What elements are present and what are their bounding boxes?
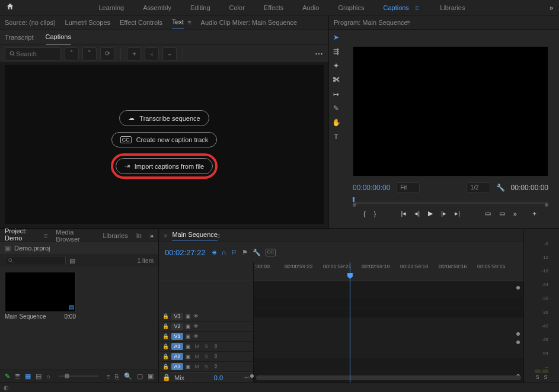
linked-selection-icon[interactable]: ∩ [222,249,226,256]
tab-source[interactable]: Source: (no clips) [5,17,56,28]
export-frame-overflow-icon[interactable]: » [513,210,517,217]
resolution-select[interactable]: 1/2 [467,182,490,192]
timeline-timecode[interactable]: 00:02:27:22 [165,248,206,257]
go-to-in-icon[interactable]: |◂ [401,210,406,217]
sequence-tab[interactable]: Main Sequence [172,231,217,240]
voice-icon[interactable]: 🎙 [212,354,219,359]
eye-icon[interactable]: 👁 [193,323,199,329]
subtab-transcript[interactable]: Transcript [5,30,34,44]
home-icon[interactable] [6,2,14,12]
track-label-a3[interactable]: A3 [171,363,183,370]
mute-icon[interactable]: M [193,343,200,349]
zoom-slider-handle[interactable]: ○ [46,373,50,380]
tab-project[interactable]: Project: Demo [5,227,41,244]
wrench-icon[interactable]: 🔧 [253,249,261,256]
workspace-assembly[interactable]: Assembly [140,1,174,15]
track-label-a2[interactable]: A2 [171,353,183,360]
marker-dot[interactable] [516,332,520,336]
clip-icon[interactable]: ▤ [69,257,75,265]
toggle-output-icon[interactable]: ▣ [186,354,191,359]
solo-left[interactable]: S [535,374,539,380]
snap-icon[interactable]: ⋇ [212,249,217,256]
toggle-output-icon[interactable]: ▣ [186,333,191,339]
lift-icon[interactable]: ▭ [485,210,491,217]
lock-icon[interactable]: 🔒 [162,354,169,359]
automate-icon[interactable]: ⎘ [115,373,119,380]
play-icon[interactable]: ▶ [428,210,433,217]
workspace-menu-icon[interactable]: ≡ [415,4,419,11]
settings-icon[interactable]: 🔧 [496,184,505,192]
voice-icon[interactable]: 🎙 [212,343,219,349]
extract-icon[interactable]: ▭ [499,210,505,217]
thumb-size-slider[interactable] [59,375,98,377]
overflow-icon[interactable]: » [550,4,553,11]
split-caption-button[interactable]: ⫞ [145,47,159,60]
mark-out-icon[interactable]: } [374,210,376,217]
time-ruler[interactable]: :00:00 00:00:59:22 00:01:59:21 00:02:59:… [254,262,523,281]
freeform-view-icon[interactable]: ▤ [36,372,41,380]
prev-caption-button[interactable]: ˄ [65,47,79,60]
caption-search-input[interactable] [16,50,52,57]
caption-search[interactable] [5,47,61,60]
step-fwd-icon[interactable]: |▸ [441,210,446,217]
next-caption-button[interactable]: ˅ [82,47,97,60]
text-tab-menu-icon[interactable]: ≡ [187,19,191,26]
button-editor-icon[interactable]: ＋ [531,209,538,218]
timeline-scrollbar[interactable] [256,375,521,380]
marker-dot[interactable] [250,374,254,378]
toggle-output-icon[interactable]: ▣ [186,364,191,369]
import-captions-button[interactable]: ⇥ Import captions from file [116,158,213,174]
mark-in-icon[interactable]: { [363,210,366,217]
tab-lumetri[interactable]: Lumetri Scopes [65,17,110,28]
sort-icon[interactable]: ≡ [107,373,110,380]
workspace-graphics[interactable]: Graphics [336,1,366,15]
write-icon[interactable]: ✎ [5,372,10,380]
track-label-v2[interactable]: V2 [171,323,183,330]
caption-more-icon[interactable]: ⋯ [315,49,324,59]
merge-caption-button[interactable]: ⫟ [162,47,177,60]
project-overflow-icon[interactable]: » [150,232,154,239]
hand-tool-icon[interactable]: ✋ [331,117,341,128]
status-icon[interactable]: ◐ [4,384,9,391]
type-tool-icon[interactable]: T [331,131,341,142]
eye-icon[interactable]: 👁 [193,333,199,339]
timeline-tracks[interactable]: :00:00 00:00:59:22 00:01:59:21 00:02:59:… [254,262,523,383]
workspace-audio[interactable]: Audio [300,1,321,15]
track-label-a1[interactable]: A1 [171,343,183,350]
program-menu-icon[interactable]: ≡ [407,19,410,26]
mute-icon[interactable]: M [193,364,200,369]
toggle-output-icon[interactable]: ▣ [186,323,191,329]
track-select-tool-icon[interactable]: ⇶ [331,46,341,57]
replace-button[interactable]: ⟳ [100,47,114,60]
add-caption-button[interactable]: ＋ [127,47,141,60]
lock-icon[interactable]: 🔒 [162,313,169,319]
mute-icon[interactable]: M [193,354,200,359]
selection-tool-icon[interactable]: ➤ [331,32,341,43]
tab-media-browser[interactable]: Media Browser [56,229,94,243]
workspace-learning[interactable]: Learning [96,1,126,15]
sequence-thumb[interactable]: ▤ [5,272,76,312]
lock-icon[interactable]: 🔒 [162,323,169,329]
workspace-libraries[interactable]: Libraries [437,1,467,15]
tab-audio-mixer[interactable]: Audio Clip Mixer: Main Sequence [201,17,298,28]
workspace-effects[interactable]: Effects [261,1,286,15]
program-timecode-in[interactable]: 00:00:00:00 [353,184,390,192]
toggle-output-icon[interactable]: ▣ [186,313,191,319]
slip-tool-icon[interactable]: ↦ [331,89,341,99]
tab-text[interactable]: Text [172,16,184,28]
timeline-menu-icon[interactable]: ≡ [216,232,220,239]
solo-icon[interactable]: S [203,364,210,369]
track-label-v3[interactable]: V3 [171,313,183,320]
voice-icon[interactable]: 🎙 [212,364,219,369]
icon-view-icon[interactable]: ▦ [25,372,31,380]
go-to-out-icon[interactable]: ▸| [455,210,460,217]
cc-track-icon[interactable]: CC [266,249,276,256]
tl-settings-icon[interactable]: ⚑ [242,249,248,256]
marker-icon[interactable]: ⚐ [231,249,237,256]
new-item-icon[interactable]: ▣ [148,372,154,380]
expand-icon[interactable]: ⇿ [244,374,250,381]
step-back-icon[interactable]: ◂| [414,210,420,217]
track-label-v1[interactable]: V1 [171,333,183,340]
marker-dot[interactable] [516,340,520,344]
new-bin-icon[interactable]: ▢ [137,372,143,380]
